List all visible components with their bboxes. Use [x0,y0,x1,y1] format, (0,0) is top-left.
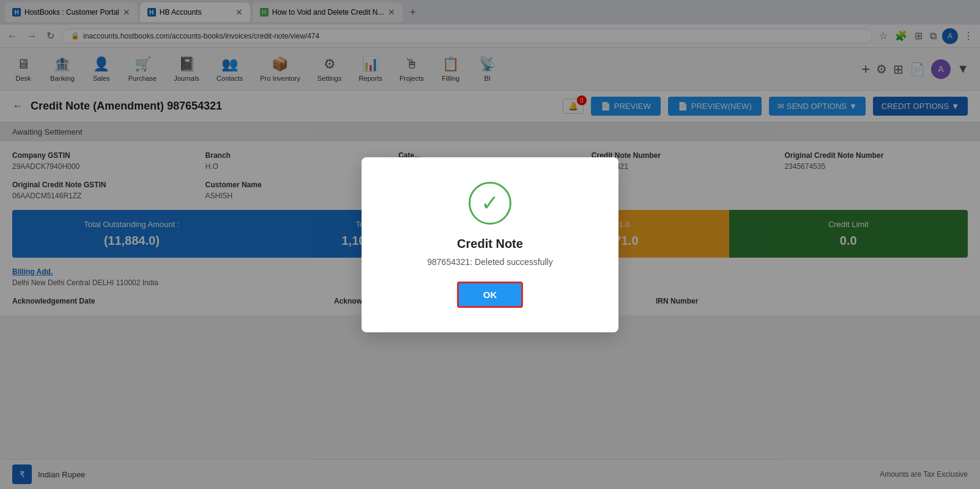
modal-message: 987654321: Deleted successfully [380,257,600,267]
modal-title: Credit Note [380,237,600,251]
checkmark-icon: ✓ [481,190,499,216]
success-check-circle: ✓ [469,182,511,225]
modal-overlay: ✓ Credit Note 987654321: Deleted success… [0,0,980,489]
success-modal: ✓ Credit Note 987654321: Deleted success… [362,157,618,332]
modal-ok-button[interactable]: OK [457,282,524,308]
